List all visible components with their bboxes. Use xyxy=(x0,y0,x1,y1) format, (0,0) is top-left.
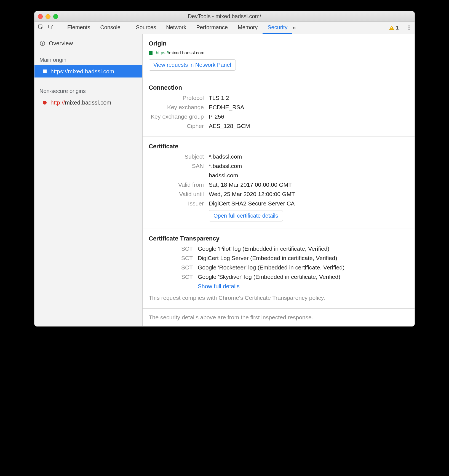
origin-url: https://mixed.badssl.com xyxy=(50,68,114,75)
kex-label: Key exchange xyxy=(149,104,204,111)
devtools-tabs: Elements Console Sources Network Perform… xyxy=(62,22,389,34)
ct-pane: Certificate Transparency SCT Google 'Pil… xyxy=(143,229,415,309)
toolbar-left xyxy=(38,22,59,34)
sidebar-item-main-origin[interactable]: https://mixed.badssl.com xyxy=(34,65,142,77)
sct-label-4: SCT xyxy=(149,274,193,280)
origin-pane: Origin https://mixed.badssl.com View req… xyxy=(143,34,415,78)
sidebar-overview[interactable]: Overview xyxy=(34,34,142,53)
valid-from-value: Sat, 18 Mar 2017 00:00:00 GMT xyxy=(209,181,408,188)
tab-elements[interactable]: Elements xyxy=(62,22,95,34)
cipher-value: AES_128_GCM xyxy=(209,123,408,129)
info-icon xyxy=(39,40,46,46)
origin-heading: Origin xyxy=(149,40,408,47)
protocol-label: Protocol xyxy=(149,95,204,101)
devtools-toolbar: Elements Console Sources Network Perform… xyxy=(34,22,415,34)
issuer-label: Issuer xyxy=(149,200,204,207)
kexg-value: P-256 xyxy=(209,113,408,120)
ct-compliance-note: This request complies with Chrome's Cert… xyxy=(149,295,408,301)
tab-console[interactable]: Console xyxy=(95,22,125,34)
subject-label: Subject xyxy=(149,153,204,160)
sct-value-1: Google 'Pilot' log (Embedded in certific… xyxy=(198,245,408,252)
protocol-value: TLS 1.2 xyxy=(209,95,408,101)
sct-value-3: Google 'Rocketeer' log (Embedded in cert… xyxy=(198,264,408,271)
footer-note: The security details above are from the … xyxy=(143,309,415,326)
sidebar-item-nonsecure-origin[interactable]: http://mixed.badssl.com xyxy=(34,97,142,109)
tab-sources[interactable]: Sources xyxy=(131,22,161,34)
svg-rect-2 xyxy=(51,26,53,29)
kex-value: ECDHE_RSA xyxy=(209,104,408,111)
warnings-badge[interactable]: 1 xyxy=(389,25,399,31)
warnings-count: 1 xyxy=(396,25,399,31)
connection-pane: Connection Protocol TLS 1.2 Key exchange… xyxy=(143,78,415,137)
toolbar-divider xyxy=(403,24,403,31)
certificate-pane: Certificate Subject *.badssl.com SAN *.b… xyxy=(143,137,415,229)
sct-label-1: SCT xyxy=(149,245,193,252)
toolbar-right: 1 xyxy=(389,24,411,32)
devtools-menu-button[interactable] xyxy=(407,24,411,32)
show-full-details-link[interactable]: Show full details xyxy=(198,283,240,289)
security-details: Origin https://mixed.badssl.com View req… xyxy=(143,34,415,326)
open-certificate-button[interactable]: Open full certificate details xyxy=(209,210,283,221)
security-panel: Overview Main origin https://mixed.badss… xyxy=(34,34,415,326)
warning-icon xyxy=(389,25,394,31)
origin-url-line: https://mixed.badssl.com xyxy=(149,50,408,55)
tab-performance[interactable]: Performance xyxy=(191,22,233,34)
tab-memory[interactable]: Memory xyxy=(233,22,263,34)
svg-point-7 xyxy=(42,42,43,42)
svg-rect-3 xyxy=(391,27,392,28)
device-toolbar-icon[interactable] xyxy=(48,24,54,31)
titlebar: DevTools - mixed.badssl.com/ xyxy=(34,11,415,22)
sidebar-section-main-origin: Main origin xyxy=(34,53,142,65)
sidebar-overview-label: Overview xyxy=(49,40,73,47)
tab-security[interactable]: Security xyxy=(263,22,292,34)
security-sidebar: Overview Main origin https://mixed.badss… xyxy=(34,34,143,326)
tab-network[interactable]: Network xyxy=(161,22,191,34)
sidebar-section-nonsecure: Non-secure origins xyxy=(34,84,142,97)
valid-from-label: Valid from xyxy=(149,181,204,188)
sct-label-3: SCT xyxy=(149,264,193,271)
valid-until-label: Valid until xyxy=(149,191,204,197)
connection-heading: Connection xyxy=(149,84,408,91)
ct-heading: Certificate Transparency xyxy=(149,235,408,242)
sct-label-2: SCT xyxy=(149,255,193,261)
subject-value: *.badssl.com xyxy=(209,153,408,160)
secure-origin-icon xyxy=(43,69,47,73)
window-title: DevTools - mixed.badssl.com/ xyxy=(34,13,415,20)
view-requests-button[interactable]: View requests in Network Panel xyxy=(149,59,236,71)
certificate-heading: Certificate xyxy=(149,143,408,150)
devtools-window: DevTools - mixed.badssl.com/ Elements Co… xyxy=(34,11,415,327)
issuer-value: DigiCert SHA2 Secure Server CA xyxy=(209,200,408,207)
more-tabs-icon[interactable]: » xyxy=(292,24,294,31)
cipher-label: Cipher xyxy=(149,123,204,129)
origin-url: http://mixed.badssl.com xyxy=(50,99,111,106)
secure-indicator-icon xyxy=(149,51,153,55)
sct-value-2: DigiCert Log Server (Embedded in certifi… xyxy=(198,255,408,261)
san-value-1: *.badssl.com xyxy=(209,163,408,169)
insecure-origin-icon xyxy=(43,101,47,105)
inspect-element-icon[interactable] xyxy=(38,24,44,31)
sct-value-4: Google 'Skydiver' log (Embedded in certi… xyxy=(198,274,408,280)
svg-rect-4 xyxy=(391,29,392,29)
kexg-label: Key exchange group xyxy=(149,113,204,120)
san-value-2: badssl.com xyxy=(209,172,408,179)
san-label: SAN xyxy=(149,163,204,169)
valid-until-value: Wed, 25 Mar 2020 12:00:00 GMT xyxy=(209,191,408,197)
